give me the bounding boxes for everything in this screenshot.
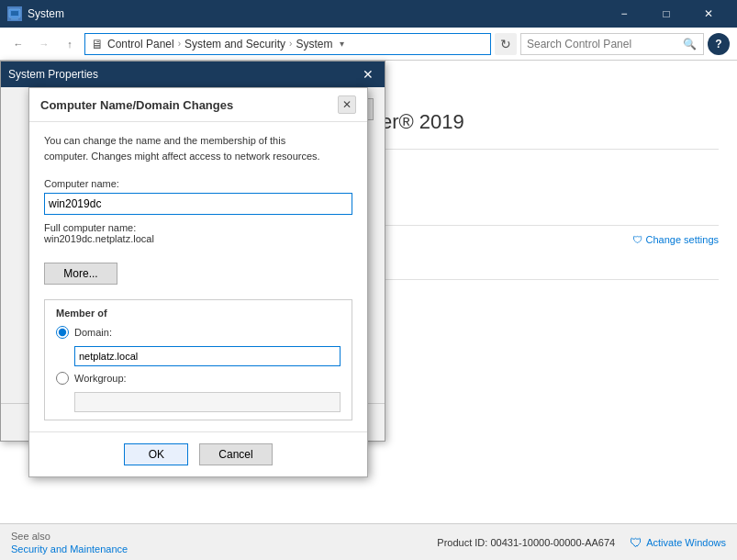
title-bar: System − □ ✕: [0, 0, 737, 28]
path-dropdown-arrow[interactable]: ▾: [340, 39, 344, 49]
path-system[interactable]: System: [296, 38, 332, 50]
more-button[interactable]: More...: [44, 263, 117, 285]
full-name-section: Full computer name: win2019dc.netplatz.l…: [44, 222, 352, 244]
inner-dialog-footer: OK Cancel: [29, 431, 367, 476]
workgroup-radio-item: Workgroup:: [56, 372, 341, 385]
domain-radio[interactable]: [56, 326, 69, 339]
change-settings-button[interactable]: 🛡 Change settings: [632, 234, 720, 245]
app-icon: [7, 6, 22, 21]
path-control-panel[interactable]: Control Panel: [107, 38, 174, 50]
search-box: 🔍: [520, 33, 704, 55]
inner-cancel-button[interactable]: Cancel: [199, 443, 272, 465]
search-input[interactable]: [527, 38, 683, 50]
inner-dialog-description: You can change the name and the membersh…: [44, 133, 352, 163]
svg-rect-3: [11, 19, 18, 20]
inner-dialog-close-button[interactable]: ✕: [338, 95, 356, 114]
inner-dialog-title: Computer Name/Domain Changes: [40, 98, 233, 112]
computer-name-label: Computer name:: [44, 178, 352, 189]
inner-dialog-body: You can change the name and the membersh…: [29, 122, 367, 431]
path-system-security[interactable]: System and Security: [184, 38, 285, 50]
computer-name-dialog: Computer Name/Domain Changes ✕ You can c…: [28, 87, 368, 477]
svg-rect-1: [11, 11, 18, 16]
up-button[interactable]: ↑: [59, 33, 81, 55]
domain-input[interactable]: [74, 346, 341, 366]
change-settings-label: Change settings: [646, 234, 720, 245]
activate-icon: 🛡: [630, 535, 642, 550]
product-id: Product ID: 00431-10000-00000-AA674: [437, 537, 615, 548]
full-name-label: Full computer name:: [44, 222, 352, 233]
svg-rect-2: [12, 17, 17, 19]
activate-windows-button[interactable]: 🛡 Activate Windows: [630, 535, 726, 550]
search-icon: 🔍: [683, 38, 697, 50]
status-bar: See also Security and Maintenance Produc…: [0, 523, 737, 560]
path-icon: 🖥: [91, 37, 104, 51]
workgroup-radio-label: Workgroup:: [74, 373, 127, 384]
activate-label: Activate Windows: [646, 537, 726, 548]
see-also-label: See also: [11, 531, 128, 542]
close-button[interactable]: ✕: [687, 0, 730, 28]
refresh-button[interactable]: ↻: [495, 33, 517, 55]
address-path: 🖥 Control Panel › System and Security › …: [84, 33, 491, 55]
change-settings-icon: 🛡: [632, 234, 642, 245]
sys-props-title: System Properties: [8, 68, 98, 81]
forward-button[interactable]: →: [33, 33, 55, 55]
back-button[interactable]: ←: [7, 33, 29, 55]
maximize-button[interactable]: □: [645, 0, 687, 28]
radio-group: Domain: Workgroup:: [56, 326, 341, 412]
address-bar: ← → ↑ 🖥 Control Panel › System and Secur…: [0, 28, 737, 61]
help-button[interactable]: ?: [708, 33, 730, 55]
full-name-value: win2019dc.netplatz.local: [44, 233, 352, 244]
member-of-section: Member of Domain: Workgroup:: [44, 299, 352, 420]
member-of-label: Member of: [56, 308, 341, 319]
window-title: System: [28, 7, 64, 20]
main-content: ut your computer valuation All rights Wi…: [0, 61, 737, 523]
workgroup-radio[interactable]: [56, 372, 69, 385]
domain-radio-label: Domain:: [74, 327, 112, 338]
minimize-button[interactable]: −: [603, 0, 645, 28]
window-controls: − □ ✕: [603, 0, 730, 28]
path-sep-2: ›: [289, 39, 292, 49]
security-maintenance-link[interactable]: Security and Maintenance: [11, 543, 128, 554]
inner-dialog-title-bar: Computer Name/Domain Changes ✕: [29, 88, 367, 122]
sys-props-close-button[interactable]: ✕: [359, 65, 377, 84]
sys-props-title-bar: System Properties ✕: [1, 62, 385, 87]
path-sep-1: ›: [178, 39, 181, 49]
domain-radio-item: Domain:: [56, 326, 341, 339]
inner-ok-button[interactable]: OK: [124, 443, 188, 465]
system-properties-dialog: System Properties ✕ Change... OK Cancel …: [0, 61, 385, 442]
workgroup-input[interactable]: [74, 392, 341, 412]
computer-name-input[interactable]: [44, 193, 352, 215]
